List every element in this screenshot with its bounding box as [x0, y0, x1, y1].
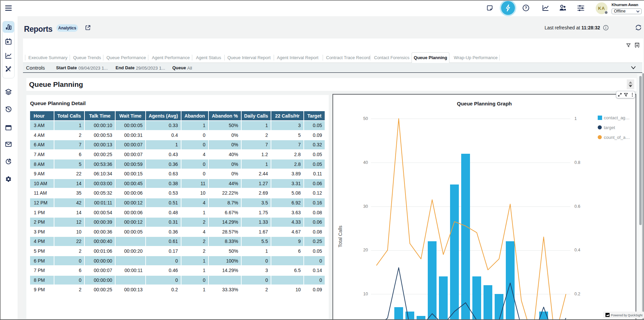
svg-text:?: ?	[525, 6, 527, 10]
